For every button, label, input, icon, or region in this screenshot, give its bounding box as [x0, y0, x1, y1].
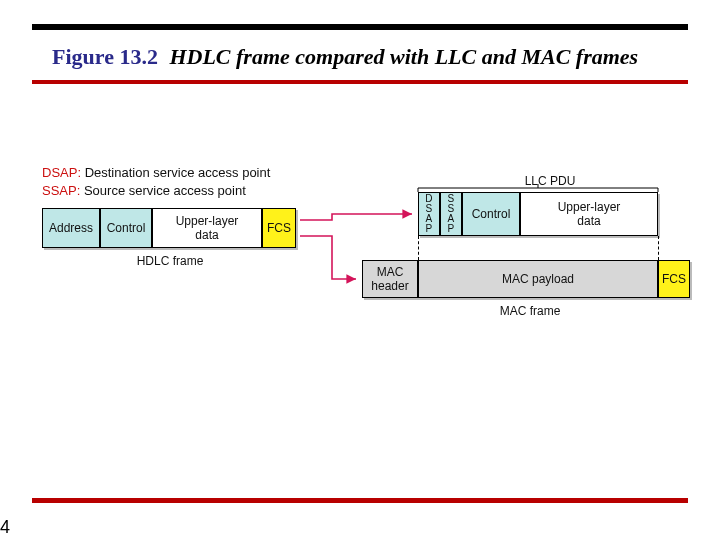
- mac-header-field: MAC header: [362, 260, 418, 298]
- mac-frame-label: MAC frame: [480, 304, 580, 318]
- frames-diagram: Address Control Upper-layer data FCS HDL…: [0, 0, 720, 540]
- mac-payload-field: MAC payload: [418, 260, 658, 298]
- hdlc-address-field: Address: [42, 208, 100, 248]
- hdlc-data-field: Upper-layer data: [152, 208, 262, 248]
- hdlc-frame-label: HDLC frame: [120, 254, 220, 268]
- hdlc-fcs-field: FCS: [262, 208, 296, 248]
- llc-data-field: Upper-layer data: [520, 192, 658, 236]
- bottom-red-rule: [32, 498, 688, 503]
- mac-fcs-field: FCS: [658, 260, 690, 298]
- llc-ssap-field: S S A P: [440, 192, 462, 236]
- hdlc-control-field: Control: [100, 208, 152, 248]
- page-number: 4: [0, 517, 10, 538]
- llc-pdu-label: LLC PDU: [510, 174, 590, 188]
- llc-dsap-field: D S A P: [418, 192, 440, 236]
- llc-control-field: Control: [462, 192, 520, 236]
- dashed-line-right: [658, 236, 659, 260]
- dashed-line-left: [418, 236, 419, 260]
